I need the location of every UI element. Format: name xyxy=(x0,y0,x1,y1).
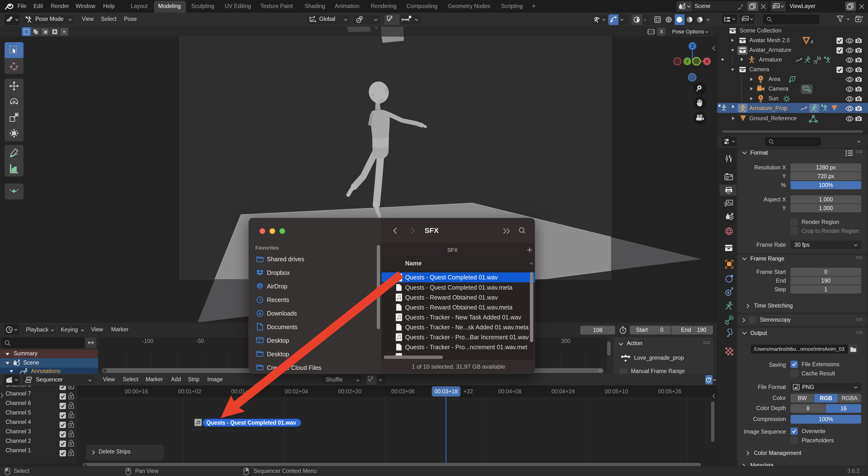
svg-text:300: 300 xyxy=(561,338,570,344)
svg-text:00:00+16: 00:00+16 xyxy=(125,388,148,394)
svg-text:Y: Y xyxy=(686,59,689,64)
svg-text:00:03+18: 00:03+18 xyxy=(434,388,458,394)
svg-text:00:04+24: 00:04+24 xyxy=(552,388,575,394)
svg-text:00:02+20: 00:02+20 xyxy=(338,388,362,394)
svg-text:Z: Z xyxy=(691,43,694,49)
svg-text:-100: -100 xyxy=(142,338,153,344)
svg-text:00:05+10: 00:05+10 xyxy=(605,388,628,394)
svg-text:-50: -50 xyxy=(196,338,204,344)
svg-text:00:01+02: 00:01+02 xyxy=(178,388,202,394)
svg-text:00:03+06: 00:03+06 xyxy=(392,388,415,394)
svg-text:00:04+08: 00:04+08 xyxy=(498,388,522,394)
svg-text:00:01+18: 00:01+18 xyxy=(231,388,255,394)
svg-text:00:02+04: 00:02+04 xyxy=(285,388,308,394)
svg-text:X: X xyxy=(706,59,709,64)
svg-text:+22: +22 xyxy=(463,388,473,394)
svg-text:00:05+26: 00:05+26 xyxy=(658,388,682,394)
